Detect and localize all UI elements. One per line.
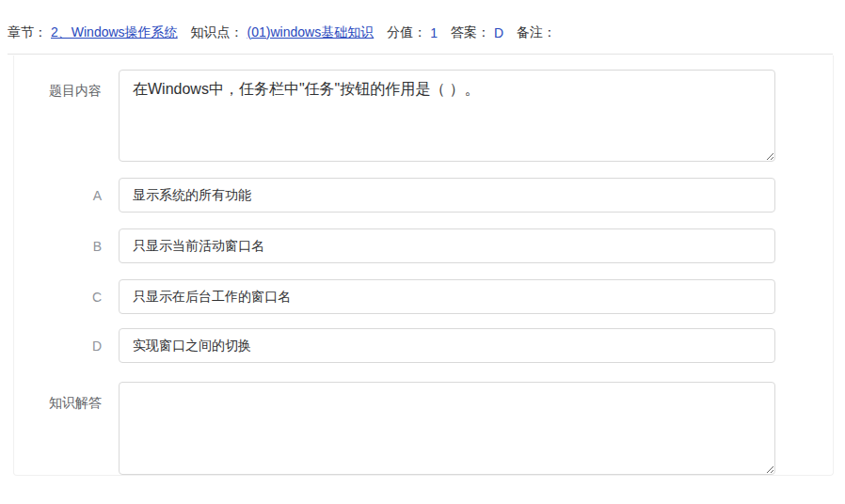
form-row-question: 题目内容 在Windows中，任务栏中"任务"按钮的作用是（ ）。: [14, 70, 775, 162]
option-c-control: [119, 279, 775, 314]
score-label: 分值：: [387, 24, 426, 41]
knowledge-point-label: 知识点：: [191, 24, 244, 41]
option-d-control: [119, 328, 775, 363]
option-b-input[interactable]: [119, 228, 775, 263]
option-row-c: C: [14, 279, 775, 314]
option-c-label: C: [14, 288, 119, 307]
question-meta-bar: 章节： 2、Windows操作系统 知识点： (01)windows基础知识 分…: [8, 0, 833, 55]
option-d-label: D: [14, 337, 119, 355]
score-value: 1: [430, 25, 438, 40]
form-row-answer-explanation: 知识解答: [14, 382, 775, 475]
chapter-link[interactable]: 2、Windows操作系统: [51, 24, 178, 41]
option-a-input[interactable]: [119, 178, 775, 213]
remark-group: 备注：: [517, 24, 560, 41]
option-row-d: D: [14, 328, 775, 363]
answer-label: 答案：: [451, 24, 490, 41]
option-c-input[interactable]: [119, 279, 775, 314]
answer-group: 答案： D: [451, 24, 503, 41]
question-content-textarea[interactable]: 在Windows中，任务栏中"任务"按钮的作用是（ ）。: [119, 70, 775, 162]
knowledge-point-link[interactable]: (01)windows基础知识: [247, 24, 375, 41]
knowledge-point-group: 知识点： (01)windows基础知识: [191, 24, 375, 41]
option-a-label: A: [14, 186, 119, 205]
answer-value: D: [494, 25, 503, 40]
question-content-control: 在Windows中，任务栏中"任务"按钮的作用是（ ）。: [119, 70, 775, 162]
option-row-b: B: [14, 228, 775, 263]
chapter-group: 章节： 2、Windows操作系统: [8, 24, 178, 41]
option-row-a: A: [14, 178, 775, 213]
question-content-label: 题目内容: [14, 70, 119, 100]
option-d-input[interactable]: [119, 328, 775, 363]
answer-explanation-label: 知识解答: [14, 382, 119, 412]
answer-explanation-textarea[interactable]: [119, 382, 775, 475]
score-group: 分值： 1: [387, 24, 438, 41]
option-b-label: B: [14, 237, 119, 256]
answer-explanation-control: [119, 382, 775, 475]
option-b-control: [119, 228, 775, 263]
chapter-label: 章节：: [8, 24, 47, 41]
remark-label: 备注：: [517, 24, 556, 41]
option-a-control: [119, 178, 775, 213]
question-detail-panel: 题目内容 在Windows中，任务栏中"任务"按钮的作用是（ ）。 A B C …: [13, 55, 834, 476]
